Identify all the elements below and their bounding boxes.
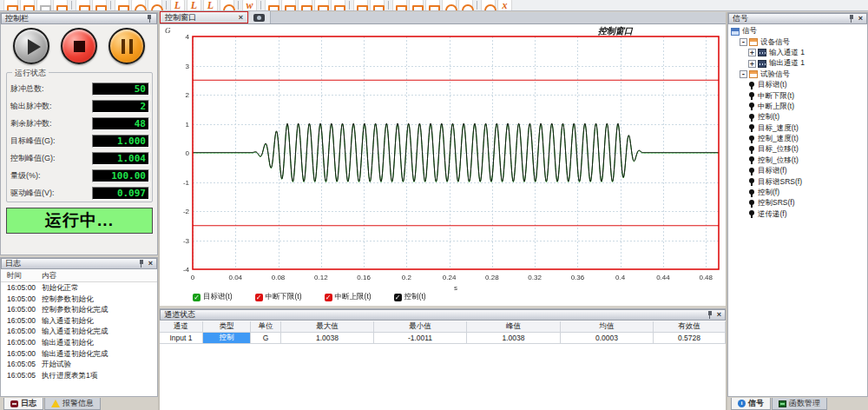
legend-item[interactable]: ✓中断下限(t): [255, 292, 302, 302]
log-entry[interactable]: 16:05:00控制参数初始化: [1, 294, 157, 306]
right-tab-0[interactable]: i信号: [731, 398, 771, 410]
left-tab-0[interactable]: 日志: [3, 398, 43, 410]
new-file-icon[interactable]: [3, 0, 18, 11]
play-button[interactable]: [13, 28, 49, 64]
log-entry[interactable]: 16:05:05开始试验: [1, 360, 157, 371]
tree-item[interactable]: +输入通道 1: [728, 48, 867, 58]
log-col-time[interactable]: 时间: [1, 271, 37, 281]
tree-item[interactable]: 目标谱(f): [728, 166, 867, 176]
legend-checkbox[interactable]: ✓: [255, 294, 263, 301]
legend-checkbox[interactable]: ✓: [193, 294, 201, 301]
tree-item[interactable]: 控制_速度(t): [728, 134, 867, 144]
open-file-icon[interactable]: [20, 0, 35, 11]
tree-item[interactable]: 目标_位移(t): [728, 144, 867, 155]
function-freq-icon[interactable]: L: [187, 0, 201, 11]
log-entry-time: 16:05:00: [1, 338, 37, 349]
log-entry[interactable]: 16:05:00初始化正常: [1, 283, 157, 294]
table-header-cell[interactable]: 峰值: [467, 321, 561, 333]
tree-item[interactable]: 目标_速度(t): [728, 123, 867, 134]
left-bottom-tabs: 日志报警信息: [0, 397, 158, 410]
tree-item[interactable]: 目标谱SRS(f): [728, 176, 867, 187]
table-header-cell[interactable]: 最大值: [281, 321, 374, 333]
print-preview-icon[interactable]: [92, 0, 107, 11]
function-time-icon[interactable]: L: [170, 0, 185, 11]
chart-plot-area[interactable]: [160, 24, 726, 306]
right-tab-1[interactable]: 函数管理: [772, 398, 827, 410]
tab-close-icon[interactable]: ×: [239, 13, 243, 22]
save-file-icon[interactable]: [36, 0, 51, 11]
favorite-icon[interactable]: [115, 0, 129, 11]
layout-grid-icon[interactable]: [425, 0, 440, 11]
tree-item[interactable]: 控制SRS(f): [728, 198, 867, 208]
legend-label: 目标谱(t): [203, 292, 233, 302]
log-entry-time: 16:05:00: [1, 316, 37, 327]
close-icon[interactable]: ×: [148, 260, 153, 268]
tab-control-window[interactable]: 控制窗口 ×: [160, 11, 248, 23]
table-header-cell[interactable]: 单位: [251, 321, 281, 333]
save-all-icon[interactable]: [53, 0, 68, 11]
pie-view-icon[interactable]: [131, 0, 146, 11]
close-icon[interactable]: ×: [717, 311, 721, 319]
pin-icon[interactable]: [848, 15, 855, 23]
left-tab-1[interactable]: 报警信息: [44, 398, 101, 410]
tree-item[interactable]: 中断上限(t): [728, 102, 867, 112]
tree-item[interactable]: -设备信号: [728, 36, 867, 47]
tree-expander-icon[interactable]: +: [748, 49, 756, 56]
stop-button[interactable]: [61, 28, 97, 64]
pin-icon[interactable]: [146, 15, 153, 23]
refresh-icon[interactable]: [481, 0, 496, 11]
legend-item[interactable]: ✓中断上限(t): [325, 292, 372, 302]
log-entry[interactable]: 16:05:00输出通道初始化: [1, 338, 157, 349]
pin-icon[interactable]: [707, 311, 713, 319]
pin-icon[interactable]: [138, 260, 145, 268]
link-2-icon[interactable]: [370, 0, 385, 11]
clock-schedule-icon[interactable]: [148, 0, 162, 11]
table-view-2-icon[interactable]: [281, 0, 296, 11]
tree-expander-icon[interactable]: +: [748, 60, 756, 68]
legend-checkbox[interactable]: ✓: [394, 294, 402, 301]
log-entry[interactable]: 16:05:00控制参数初始化完成: [1, 305, 157, 316]
table-view-icon[interactable]: [265, 0, 279, 11]
legend-checkbox[interactable]: ✓: [325, 294, 332, 301]
legend-item[interactable]: ✓控制(t): [394, 292, 426, 302]
tree-item-label: 控制(t): [758, 112, 779, 122]
snapshot-button[interactable]: [248, 11, 271, 23]
tree-item[interactable]: 目标谱(t): [728, 80, 867, 90]
zoom-in-icon[interactable]: [442, 0, 457, 11]
log-col-content[interactable]: 内容: [37, 271, 157, 281]
zoom-out-icon[interactable]: [458, 0, 473, 11]
table-header-cell[interactable]: 最小值: [374, 321, 467, 333]
table-header-cell[interactable]: 有效值: [654, 321, 726, 333]
legend-item[interactable]: ✓目标谱(t): [193, 292, 233, 302]
chart-view-icon[interactable]: [314, 0, 329, 11]
table-header-cell[interactable]: 类型: [203, 321, 251, 333]
pause-button[interactable]: [108, 28, 145, 64]
function-srs-icon[interactable]: L: [203, 0, 218, 11]
tree-item[interactable]: 控制_位移(t): [728, 155, 867, 166]
chart-edit-icon[interactable]: [331, 0, 345, 11]
log-entry[interactable]: 16:05:00输入通道初始化完成: [1, 327, 157, 338]
tree-item[interactable]: 中断下限(t): [728, 90, 867, 101]
table-header-cell[interactable]: 均值: [561, 321, 654, 333]
table-header-cell[interactable]: 通道: [160, 321, 203, 333]
log-entry[interactable]: 16:05:00输入通道初始化: [1, 316, 157, 327]
tree-item[interactable]: -试验信号: [728, 69, 867, 80]
layout-vertical-icon[interactable]: [409, 0, 424, 11]
tree-item[interactable]: 逆传递(f): [728, 209, 867, 220]
table-view-3-icon[interactable]: [298, 0, 312, 11]
function-global-icon[interactable]: [220, 0, 234, 11]
link-icon[interactable]: [353, 0, 368, 11]
log-entry[interactable]: 16:05:05执行进度表第1项: [1, 371, 157, 382]
tree-item[interactable]: 控制(t): [728, 112, 867, 122]
log-entry[interactable]: 16:05:00输出通道初始化完成: [1, 349, 157, 360]
table-cell: Input 1: [160, 333, 203, 344]
print-icon[interactable]: [76, 0, 90, 11]
tree-item[interactable]: 控制(f): [728, 188, 867, 198]
waveform-icon[interactable]: w: [242, 0, 257, 11]
layout-horizontal-icon[interactable]: [392, 0, 407, 11]
close-icon[interactable]: x: [497, 0, 512, 11]
tree-expander-icon[interactable]: -: [740, 70, 747, 78]
tree-expander-icon[interactable]: -: [740, 38, 747, 46]
close-icon[interactable]: ×: [858, 15, 863, 23]
tree-item[interactable]: +输出通道 1: [728, 58, 867, 69]
